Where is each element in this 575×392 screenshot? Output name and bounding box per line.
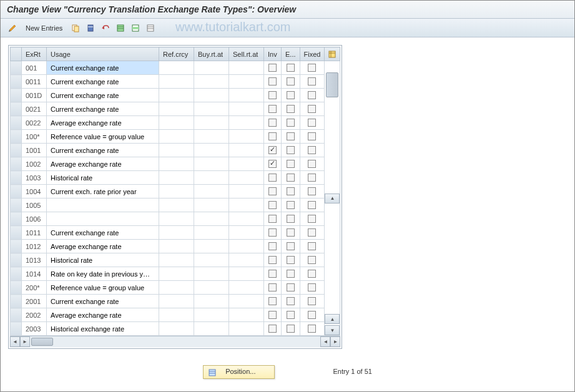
cell-fixed[interactable] <box>300 212 325 226</box>
checkbox-inv[interactable] <box>268 64 277 72</box>
table-row[interactable]: 1001 Current exchange rate <box>11 144 340 157</box>
checkbox-inv[interactable] <box>268 77 277 86</box>
cell-e[interactable] <box>282 253 300 267</box>
cell-sell[interactable] <box>229 212 264 226</box>
cell-fixed[interactable] <box>300 226 325 240</box>
cell-buy[interactable] <box>194 308 229 322</box>
cell-buy[interactable] <box>194 226 229 240</box>
cell-buy[interactable] <box>194 267 229 281</box>
checkbox-inv[interactable] <box>268 119 277 127</box>
cell-fixed[interactable] <box>300 130 325 144</box>
cell-sell[interactable] <box>229 198 264 212</box>
select-all-icon[interactable] <box>115 22 126 34</box>
row-marker[interactable] <box>11 267 22 281</box>
checkbox-e[interactable] <box>287 64 295 72</box>
hscroll-track[interactable] <box>30 336 171 347</box>
cell-refcrcy[interactable] <box>159 253 194 267</box>
cell-inv[interactable] <box>264 144 282 157</box>
cell-refcrcy[interactable] <box>159 240 194 253</box>
deselect-all-icon[interactable] <box>145 22 156 34</box>
hscroll-thumb[interactable] <box>31 338 53 346</box>
cell-usage[interactable]: Historical exchange rate <box>47 322 159 336</box>
cell-inv[interactable] <box>264 212 282 226</box>
cell-exrt[interactable]: 1014 <box>22 267 47 281</box>
checkbox-inv[interactable] <box>268 256 277 264</box>
checkbox-fixed[interactable] <box>308 132 316 140</box>
cell-refcrcy[interactable] <box>159 267 194 281</box>
col-fixed-header[interactable]: Fixed <box>300 47 325 61</box>
checkbox-e[interactable] <box>287 242 295 250</box>
cell-usage[interactable]: Current exchange rate <box>47 102 159 116</box>
table-settings-icon[interactable] <box>325 47 340 61</box>
cell-sell[interactable] <box>229 102 264 116</box>
cell-fixed[interactable] <box>300 281 325 295</box>
cell-exrt[interactable]: 2001 <box>22 295 47 308</box>
cell-usage[interactable]: Historical rate <box>47 253 159 267</box>
cell-e[interactable] <box>282 267 300 281</box>
cell-usage[interactable]: Current exch. rate prior year <box>47 185 159 198</box>
cell-refcrcy[interactable] <box>159 102 194 116</box>
cell-fixed[interactable] <box>300 308 325 322</box>
table-row[interactable]: 1011 Current exchange rate <box>11 226 340 240</box>
checkbox-fixed[interactable] <box>308 146 316 154</box>
cell-e[interactable] <box>282 212 300 226</box>
table-row[interactable]: 1003 Historical rate <box>11 171 340 185</box>
checkbox-e[interactable] <box>287 91 295 99</box>
cell-inv[interactable] <box>264 102 282 116</box>
table-row[interactable]: 1005 <box>11 198 340 212</box>
cell-refcrcy[interactable] <box>159 116 194 130</box>
hscroll-right-arrow-2[interactable]: ► <box>330 336 340 347</box>
cell-usage[interactable]: Current exchange rate <box>47 144 159 157</box>
checkbox-e[interactable] <box>287 119 295 127</box>
cell-sell[interactable] <box>229 322 264 336</box>
cell-e[interactable] <box>282 295 300 308</box>
cell-sell[interactable] <box>229 61 264 75</box>
cell-e[interactable] <box>282 144 300 157</box>
cell-e[interactable] <box>282 308 300 322</box>
checkbox-inv[interactable] <box>268 283 277 292</box>
checkbox-inv[interactable] <box>268 187 277 195</box>
cell-exrt[interactable]: 001D <box>22 89 47 102</box>
select-block-icon[interactable] <box>130 22 141 34</box>
cell-fixed[interactable] <box>300 89 325 102</box>
cell-sell[interactable] <box>229 171 264 185</box>
cell-inv[interactable] <box>264 281 282 295</box>
cell-buy[interactable] <box>194 89 229 102</box>
cell-usage[interactable] <box>47 198 159 212</box>
checkbox-fixed[interactable] <box>308 105 316 113</box>
checkbox-e[interactable] <box>287 297 295 305</box>
cell-refcrcy[interactable] <box>159 171 194 185</box>
cell-usage[interactable]: Average exchange rate <box>47 157 159 171</box>
cell-e[interactable] <box>282 322 300 336</box>
cell-exrt[interactable]: 1003 <box>22 171 47 185</box>
row-marker[interactable] <box>11 212 22 226</box>
cell-e[interactable] <box>282 157 300 171</box>
checkbox-inv[interactable] <box>268 270 277 278</box>
hscroll-left-arrow-2[interactable]: ◄ <box>320 336 330 347</box>
checkbox-fixed[interactable] <box>308 160 316 168</box>
cell-inv[interactable] <box>264 75 282 89</box>
cell-exrt[interactable]: 001 <box>22 61 47 75</box>
col-sell-header[interactable]: Sell.rt.at <box>229 47 264 61</box>
cell-sell[interactable] <box>229 281 264 295</box>
hscroll-right-arrow[interactable]: ► <box>20 336 30 347</box>
checkbox-e[interactable] <box>287 256 295 264</box>
row-marker[interactable] <box>11 295 22 308</box>
cell-fixed[interactable] <box>300 295 325 308</box>
table-row[interactable]: 1013 Historical rate <box>11 253 340 267</box>
cell-refcrcy[interactable] <box>159 144 194 157</box>
cell-inv[interactable] <box>264 185 282 198</box>
cell-refcrcy[interactable] <box>159 212 194 226</box>
cell-usage[interactable]: Historical rate <box>47 171 159 185</box>
cell-refcrcy[interactable] <box>159 157 194 171</box>
cell-inv[interactable] <box>264 89 282 102</box>
cell-buy[interactable] <box>194 75 229 89</box>
cell-usage[interactable]: Reference value = group value <box>47 281 159 295</box>
checkbox-fixed[interactable] <box>308 242 316 250</box>
cell-fixed[interactable] <box>300 61 325 75</box>
cell-buy[interactable] <box>194 281 229 295</box>
col-marker-header[interactable] <box>11 47 22 61</box>
cell-buy[interactable] <box>194 130 229 144</box>
checkbox-inv[interactable] <box>268 325 277 333</box>
checkbox-e[interactable] <box>287 228 295 237</box>
